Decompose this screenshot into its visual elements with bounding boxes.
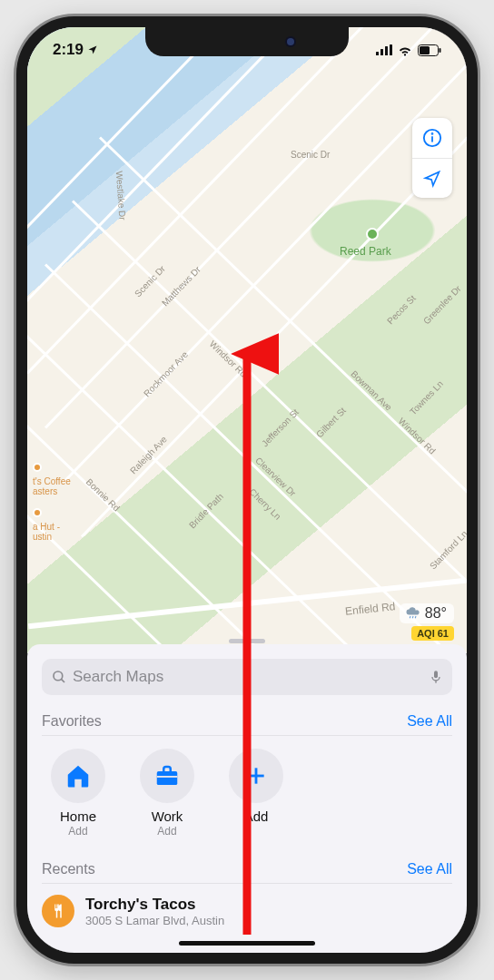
svg-rect-6: [420, 46, 430, 54]
svg-line-12: [61, 679, 64, 682]
recents-header: Recents See All: [42, 861, 452, 884]
favorites-see-all[interactable]: See All: [407, 713, 452, 730]
street-label: Jefferson St: [260, 407, 301, 448]
street-label: Gilbert St: [314, 406, 348, 440]
favorite-work[interactable]: Work Add: [133, 749, 202, 838]
poi-hut-label: a Hut - ustin: [33, 522, 60, 543]
svg-rect-1: [380, 49, 383, 55]
svg-rect-15: [157, 771, 178, 785]
favorites-header: Favorites See All: [42, 713, 452, 736]
street-label: Greenlee Dr: [421, 283, 463, 326]
street-label: Scenic Dr: [291, 150, 330, 160]
street-label: Bonnie Rd: [84, 476, 122, 513]
location-services-icon: [87, 44, 98, 55]
wifi-icon: [397, 44, 413, 56]
recents-title: Recents: [42, 861, 95, 877]
svg-point-9: [432, 133, 433, 134]
favorite-home-label: Home: [60, 808, 96, 824]
home-indicator[interactable]: [179, 941, 315, 946]
status-time: 2:19: [53, 41, 84, 59]
street-label: Windsor Rd: [208, 338, 249, 378]
search-bar[interactable]: [42, 659, 452, 695]
street-label: Townes Ln: [408, 378, 445, 416]
restaurant-icon: [42, 895, 74, 927]
recent-title: Torchy's Tacos: [85, 896, 224, 914]
recent-subtitle: 3005 S Lamar Blvd, Austin: [85, 914, 224, 927]
recents-see-all[interactable]: See All: [407, 861, 452, 877]
favorites-row: Home Add Work Add Add: [42, 736, 452, 843]
svg-rect-5: [440, 48, 441, 53]
status-icons: [376, 44, 441, 56]
street-label: Cherry Ln: [247, 486, 282, 521]
screen: 2:19: [27, 27, 467, 953]
poi-coffee-label: t's Coffee asters: [33, 476, 71, 497]
svg-rect-13: [434, 671, 438, 678]
street-label: Enfield Rd: [344, 600, 396, 618]
weather-widget[interactable]: 88° AQI 61: [400, 603, 454, 641]
search-input[interactable]: [73, 668, 423, 686]
street-label: Westlake Dr: [114, 171, 128, 220]
home-icon: [64, 762, 92, 789]
notch: [145, 25, 349, 56]
street-label: Pecos St: [385, 293, 418, 326]
favorite-home-sub: Add: [68, 825, 87, 838]
svg-point-11: [54, 671, 63, 681]
weather-rain-icon: [405, 605, 421, 622]
recent-item[interactable]: Torchy's Tacos 3005 S Lamar Blvd, Austin: [42, 884, 452, 927]
street-label: Bowman Ave: [349, 368, 393, 412]
favorite-work-label: Work: [152, 808, 183, 824]
weather-aqi: AQI 61: [411, 626, 454, 641]
bottom-sheet[interactable]: Favorites See All Home Add Work Add Add: [27, 644, 467, 953]
favorite-home[interactable]: Home Add: [44, 749, 113, 838]
mic-icon[interactable]: [429, 668, 443, 686]
cellular-icon: [376, 44, 392, 55]
map-controls: [412, 118, 452, 198]
poi-hut[interactable]: a Hut - ustin: [33, 508, 60, 543]
briefcase-icon: [153, 762, 181, 789]
weather-temp: 88°: [425, 605, 447, 622]
battery-icon: [418, 44, 441, 56]
road: [99, 136, 467, 579]
street-label: Scenic Dr: [133, 263, 167, 299]
street-label: Rockmoor Ave: [142, 349, 190, 398]
map-info-button[interactable]: [412, 118, 452, 158]
poi-coffee[interactable]: t's Coffee asters: [33, 463, 71, 497]
search-icon: [51, 669, 67, 685]
poi-dot-icon: [33, 508, 42, 517]
park-marker-icon: [366, 228, 379, 240]
favorite-add[interactable]: Add: [222, 749, 291, 838]
svg-rect-16: [157, 776, 178, 778]
park-label: Reed Park: [340, 245, 391, 258]
svg-rect-3: [390, 44, 392, 55]
plus-icon: [244, 764, 268, 788]
svg-rect-2: [385, 46, 388, 55]
favorite-work-sub: Add: [157, 825, 176, 838]
svg-rect-0: [376, 52, 379, 55]
street-label: Windsor Rd: [397, 416, 438, 456]
map-canvas[interactable]: Westlake Dr Scenic Dr Scenic Dr Matthews…: [27, 27, 467, 653]
sheet-grabber[interactable]: [229, 639, 265, 643]
favorites-title: Favorites: [42, 713, 102, 730]
road: [44, 27, 463, 429]
favorite-add-label: Add: [244, 808, 269, 824]
poi-dot-icon: [33, 463, 42, 472]
iphone-frame: 2:19: [16, 16, 478, 964]
map-locate-button[interactable]: [412, 158, 452, 198]
